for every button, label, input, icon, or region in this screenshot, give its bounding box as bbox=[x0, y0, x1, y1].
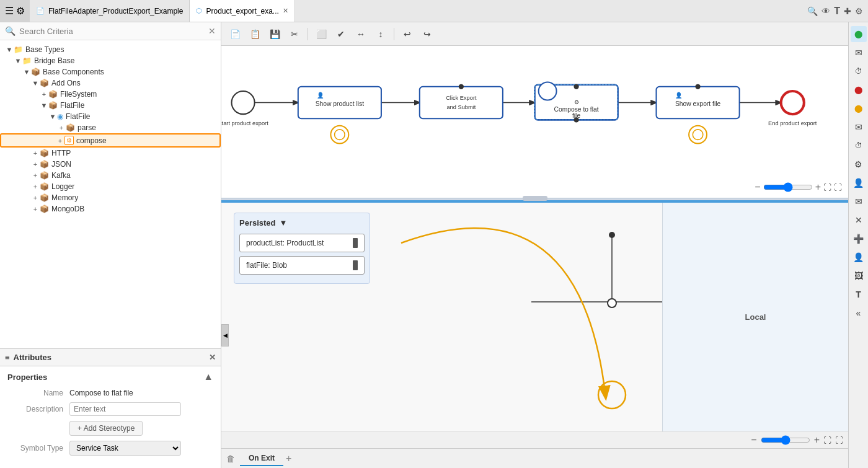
persisted-item-1[interactable]: productList: ProductList bbox=[239, 234, 365, 252]
toggle-flatfile-inner[interactable]: ▼ bbox=[48, 113, 57, 120]
tree-item-parse[interactable]: + 📦 parse bbox=[0, 122, 221, 133]
tree-item-flatfile-inner[interactable]: ▼ ◉ FlatFile bbox=[0, 111, 221, 122]
toolbar-rect-btn[interactable]: ⬜ bbox=[312, 26, 330, 42]
side-icon-clock-1[interactable]: ⏱ bbox=[851, 63, 867, 79]
global-view-icon[interactable]: 👁 bbox=[822, 6, 830, 16]
zoom-expand-bottom[interactable]: ⛶ bbox=[823, 436, 831, 445]
toolbar-hexpand-btn[interactable]: ↔ bbox=[352, 26, 370, 42]
prop-desc-input[interactable] bbox=[69, 402, 181, 416]
tree-item-json[interactable]: + 📦 JSON bbox=[0, 159, 221, 170]
side-icon-collapse[interactable]: « bbox=[851, 305, 867, 321]
tree-item-compose[interactable]: + ⚙ compose bbox=[0, 133, 221, 148]
tree-item-mongodb[interactable]: + 📦 MongoDB bbox=[0, 203, 221, 214]
menu-icon[interactable]: ☰ bbox=[5, 5, 14, 17]
side-icon-circle-red[interactable]: ⬤ bbox=[851, 82, 867, 98]
toolbar-copy-btn[interactable]: 📋 bbox=[246, 26, 264, 42]
global-search-icon[interactable]: 🔍 bbox=[807, 6, 818, 16]
add-stereotype-button[interactable]: + Add Stereotype bbox=[69, 421, 143, 436]
bottom-tab-add-icon[interactable]: + bbox=[286, 453, 291, 464]
side-icon-close[interactable]: ✕ bbox=[851, 212, 867, 228]
tab-close-icon[interactable]: ✕ bbox=[283, 7, 288, 15]
tree-item-logger[interactable]: + 📦 Logger bbox=[0, 181, 221, 192]
tree-item-flatfile-folder[interactable]: ▼ 📦 FlatFile bbox=[0, 100, 221, 111]
tree-item-kafka[interactable]: + 📦 Kafka bbox=[0, 170, 221, 181]
panel-resize-handle[interactable] bbox=[523, 196, 547, 201]
toolbar-redo-btn[interactable]: ↪ bbox=[418, 26, 436, 42]
toolbar-save-btn[interactable]: 💾 bbox=[266, 26, 283, 42]
side-icon-email-1[interactable]: ✉ bbox=[851, 45, 867, 61]
toggle-mongodb[interactable]: + bbox=[31, 205, 40, 213]
tree-item-http[interactable]: + 📦 HTTP bbox=[0, 148, 221, 159]
tree-item-memory[interactable]: + 📦 Memory bbox=[0, 192, 221, 203]
toggle-logger[interactable]: + bbox=[31, 183, 40, 190]
tree-item-base-components[interactable]: ▼ 📦 Base Components bbox=[0, 66, 221, 77]
side-icon-email-2[interactable]: ✉ bbox=[851, 119, 867, 135]
properties-collapse-icon[interactable]: ▲ bbox=[203, 371, 213, 382]
attributes-close-icon[interactable]: ✕ bbox=[209, 353, 216, 362]
side-icon-clock-2[interactable]: ⏱ bbox=[851, 138, 867, 154]
zoom-fullscreen-top[interactable]: ⛶ bbox=[834, 183, 842, 192]
properties-header: Properties ▲ bbox=[7, 371, 213, 382]
toolbar-cut-btn[interactable]: ✂ bbox=[286, 26, 303, 42]
tab-flatfile[interactable]: 📄 FlatFileAdapter_ProductExport_Example bbox=[30, 0, 190, 22]
toolbar-vexpand-btn[interactable]: ↕ bbox=[372, 26, 389, 42]
side-icon-circle-green[interactable]: ⬤ bbox=[851, 26, 867, 42]
toggle-base-components[interactable]: ▼ bbox=[22, 68, 31, 76]
properties-panel: Properties ▲ Name Compose to flat file D… bbox=[0, 366, 221, 468]
toggle-base-types[interactable]: ▼ bbox=[5, 46, 14, 53]
toolbar-new-btn[interactable]: 📄 bbox=[226, 26, 244, 42]
toolbar-undo-btn[interactable]: ↩ bbox=[399, 26, 416, 42]
tree-item-addons[interactable]: ▼ 📦 Add Ons bbox=[0, 77, 221, 89]
toggle-memory[interactable]: + bbox=[31, 194, 40, 201]
label-addons: Add Ons bbox=[51, 79, 81, 87]
toggle-http[interactable]: + bbox=[31, 149, 40, 157]
bottom-tab-delete-icon[interactable]: 🗑 bbox=[226, 454, 235, 464]
tree-item-base-types[interactable]: ▼ 📁 Base Types bbox=[0, 44, 221, 55]
tree-item-bridge-base[interactable]: ▼ 📁 Bridge Base bbox=[0, 55, 221, 66]
cube-icon-json: 📦 bbox=[40, 160, 49, 169]
side-icon-email-3[interactable]: ✉ bbox=[851, 193, 867, 210]
toggle-json[interactable]: + bbox=[31, 161, 40, 168]
zoom-expand-top[interactable]: ⛶ bbox=[823, 183, 831, 192]
tree-item-filesystem[interactable]: + 📦 FileSystem bbox=[0, 89, 221, 100]
zoom-slider-bottom[interactable] bbox=[761, 435, 810, 445]
side-icon-circle-orange[interactable]: ⬤ bbox=[851, 100, 867, 117]
side-icon-plus[interactable]: ➕ bbox=[851, 231, 867, 247]
search-input[interactable] bbox=[19, 27, 208, 36]
zoom-slider-top[interactable] bbox=[763, 182, 813, 192]
symbol-type-select[interactable]: Service Task bbox=[69, 441, 181, 456]
tree-area: ▼ 📁 Base Types ▼ 📁 Bridge Base ▼ 📦 Base … bbox=[0, 40, 221, 348]
global-tool-icon[interactable]: ✚ bbox=[844, 6, 851, 16]
search-clear-icon[interactable]: ✕ bbox=[208, 26, 216, 36]
process-diagram-svg: Start product export 👤 Show product list… bbox=[221, 46, 848, 198]
left-collapse-btn[interactable]: ◀ bbox=[221, 324, 229, 347]
side-icon-image[interactable]: 🖼 bbox=[851, 268, 867, 284]
side-icon-person[interactable]: 👤 bbox=[851, 175, 867, 191]
global-text-icon[interactable]: T bbox=[834, 6, 840, 17]
bottom-tab-on-exit[interactable]: On Exit bbox=[240, 451, 283, 466]
zoom-minus-bottom[interactable]: − bbox=[751, 435, 756, 446]
zoom-plus-bottom[interactable]: + bbox=[814, 435, 820, 446]
side-icon-settings[interactable]: ⚙ bbox=[851, 156, 867, 172]
persisted-item-2[interactable]: flatFile: Blob bbox=[239, 256, 365, 275]
side-icon-person-2[interactable]: 👤 bbox=[851, 249, 867, 265]
toggle-addons[interactable]: ▼ bbox=[31, 79, 40, 87]
zoom-minus-top[interactable]: − bbox=[755, 182, 760, 193]
toggle-kafka[interactable]: + bbox=[31, 172, 40, 179]
toggle-bridge-base[interactable]: ▼ bbox=[14, 57, 22, 64]
zoom-plus-top[interactable]: + bbox=[815, 182, 821, 193]
tab-product-export[interactable]: ⬡ Product_export_exa... ✕ bbox=[190, 0, 294, 22]
toggle-filesystem[interactable]: + bbox=[40, 91, 48, 98]
toolbar-check-btn[interactable]: ✔ bbox=[332, 26, 350, 42]
label-logger: Logger bbox=[51, 182, 74, 191]
svg-point-35 bbox=[609, 232, 615, 238]
zoom-fullscreen-bottom[interactable]: ⛶ bbox=[835, 436, 843, 445]
toggle-compose[interactable]: + bbox=[56, 137, 64, 144]
toggle-parse[interactable]: + bbox=[57, 124, 66, 131]
persisted-dropdown-icon[interactable]: ▼ bbox=[280, 218, 288, 227]
global-settings-icon[interactable]: ⚙ bbox=[855, 6, 863, 16]
circle-icon-flatfile-inner: ◉ bbox=[57, 112, 63, 121]
toggle-flatfile-folder[interactable]: ▼ bbox=[40, 102, 48, 109]
side-icon-text[interactable]: T bbox=[851, 286, 867, 302]
settings-icon[interactable]: ⚙ bbox=[16, 5, 25, 17]
